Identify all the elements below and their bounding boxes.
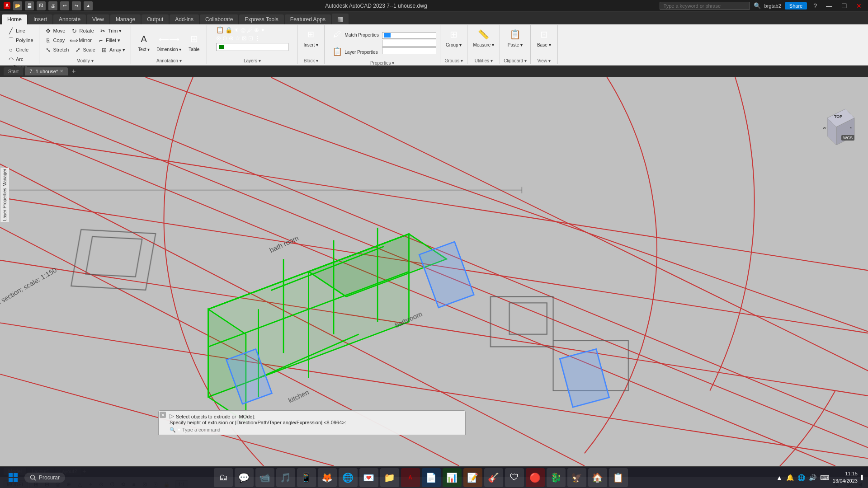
array-button[interactable]: ⊞Array ▾ xyxy=(99,45,127,54)
layer-icon-14[interactable]: ⋮ xyxy=(255,35,260,42)
line-button[interactable]: ╱Line xyxy=(5,26,27,35)
tray-network[interactable]: 🌐 xyxy=(797,474,805,481)
tab-output[interactable]: Output xyxy=(142,14,169,24)
layer-icon-5[interactable]: 🖊 xyxy=(247,27,253,33)
layer-icon-6[interactable]: ⊕ xyxy=(254,27,259,33)
tray-keyboard[interactable]: ⌨ xyxy=(820,474,829,481)
dimension-button[interactable]: ⟵⟶ Dimension ▾ xyxy=(155,31,183,53)
polyline-button[interactable]: ⌒Polyline xyxy=(5,36,35,45)
close-button[interactable]: ✕ xyxy=(854,1,864,10)
tab-collaborate[interactable]: Collaborate xyxy=(200,14,238,24)
open-icon[interactable]: 📂 xyxy=(13,1,22,10)
tray-notification[interactable]: 🔔 xyxy=(786,474,794,481)
mirror-button[interactable]: ⟺Mirror xyxy=(68,36,94,45)
minimize-button[interactable]: — xyxy=(823,1,835,10)
tab-view[interactable]: View xyxy=(87,14,109,24)
layer-icon-7[interactable]: ✦ xyxy=(260,27,265,33)
maximize-button[interactable]: ☐ xyxy=(839,1,850,10)
tab-close-button[interactable]: ✕ xyxy=(60,69,63,74)
measure-button[interactable]: 📏 Measure ▾ xyxy=(471,26,496,48)
save-icon[interactable]: 💾 xyxy=(25,1,34,10)
layer-icon-10[interactable]: ⊛ xyxy=(229,35,234,42)
tab-insert[interactable]: Insert xyxy=(28,14,52,24)
layer-properties-button[interactable]: 📋 Layer Properties xyxy=(328,43,381,60)
save-as-icon[interactable]: 🖫 xyxy=(37,1,46,10)
trim-button[interactable]: ✂Trim ▾ xyxy=(98,26,124,35)
show-desktop-button[interactable]: ▌ xyxy=(861,475,864,480)
doc-tab[interactable]: 7--1 uhouse* ✕ xyxy=(25,67,68,75)
taskbar-music[interactable]: 🎵 xyxy=(276,468,295,487)
layer-icon-13[interactable]: ⊡ xyxy=(248,35,253,42)
help-button[interactable]: ? xyxy=(811,1,820,10)
share-button[interactable]: Share xyxy=(785,2,807,9)
fillet-button[interactable]: ⌐Fillet ▾ xyxy=(95,36,122,45)
taskbar-security[interactable]: 🛡 xyxy=(505,468,524,487)
stretch-button[interactable]: ⤡Stretch xyxy=(43,45,71,54)
taskbar-edge[interactable]: 🌐 xyxy=(339,468,358,487)
scale-button[interactable]: ⤢Scale xyxy=(72,45,97,54)
taskbar-home[interactable]: 🏠 xyxy=(588,468,607,487)
move-button[interactable]: ✥Move xyxy=(43,26,67,35)
taskbar-ppt[interactable]: 📝 xyxy=(463,468,482,487)
layer-icon-2[interactable]: 🔒 xyxy=(225,27,232,33)
taskbar-dragon[interactable]: 🐉 xyxy=(547,468,566,487)
taskbar-phone[interactable]: 📱 xyxy=(297,468,316,487)
layer-icon-8[interactable]: ⊗ xyxy=(216,35,221,42)
tray-volume[interactable]: 🔊 xyxy=(809,474,816,481)
circle-button[interactable]: ○Circle xyxy=(5,45,30,54)
start-tab[interactable]: Start xyxy=(4,67,23,75)
taskbar-copy[interactable]: 📋 xyxy=(609,468,628,487)
bylayer-linetype[interactable]: — ByLayer ▼ xyxy=(382,40,436,47)
tab-featured[interactable]: Featured Apps xyxy=(285,14,331,24)
taskbar-app1[interactable]: 🎸 xyxy=(484,468,503,487)
arc-button[interactable]: ◠Arc xyxy=(5,55,25,64)
layer-icon-12[interactable]: ⊠ xyxy=(242,35,247,42)
taskbar-eagle[interactable]: 🦅 xyxy=(567,468,586,487)
layer-icon-9[interactable]: ⊙ xyxy=(222,35,227,42)
bylayer-lineweight[interactable]: — ByLayer ▼ xyxy=(382,47,436,54)
redo-icon[interactable]: ↪ xyxy=(72,1,81,10)
search-button[interactable]: 🔍 xyxy=(754,2,761,9)
search-input[interactable] xyxy=(660,2,750,10)
layer-selector[interactable]: paredes ▼ xyxy=(216,43,288,51)
group-button[interactable]: ⊞ Group ▾ xyxy=(444,26,464,48)
tab-express[interactable]: Express Tools xyxy=(239,14,283,24)
paste-button[interactable]: 📋 Paste ▾ xyxy=(506,26,524,48)
taskbar-chat[interactable]: 💬 xyxy=(235,468,254,487)
undo-icon[interactable]: ↩ xyxy=(60,1,69,10)
taskbar-red[interactable]: 🔴 xyxy=(526,468,545,487)
taskbar-autocad[interactable]: A xyxy=(401,468,420,487)
insert-button[interactable]: ⊞ Insert ▾ xyxy=(302,26,320,48)
taskbar-folder[interactable]: 📁 xyxy=(380,468,399,487)
layer-icon-4[interactable]: ◎ xyxy=(241,27,245,33)
add-tab-button[interactable]: + xyxy=(70,67,77,75)
tab-extra[interactable]: ▦ xyxy=(332,14,349,24)
tab-home[interactable]: Home xyxy=(2,14,27,24)
tab-manage[interactable]: Manage xyxy=(110,14,141,24)
command-close-button[interactable]: ✕ xyxy=(160,412,166,418)
bylayer-color[interactable]: ByLayer ▼ xyxy=(382,32,436,39)
base-button[interactable]: ⊡ Base ▾ xyxy=(535,26,553,48)
clock[interactable]: 11:15 13/04/2023 xyxy=(833,470,858,484)
tab-annotate[interactable]: Annotate xyxy=(53,14,86,24)
taskbar-mail[interactable]: 💌 xyxy=(359,468,378,487)
rotate-button[interactable]: ↻Rotate xyxy=(69,26,95,35)
command-input[interactable] xyxy=(182,427,462,432)
taskbar-file-explorer[interactable]: 🗂 xyxy=(214,468,233,487)
copy-button[interactable]: ⎘Copy xyxy=(43,36,67,45)
search-bar-taskbar[interactable]: Procurar xyxy=(24,473,65,483)
table-button[interactable]: ⊞ Table xyxy=(185,31,203,53)
tab-addins[interactable]: Add-ins xyxy=(170,14,199,24)
layer-icon-3[interactable]: ☀ xyxy=(234,27,239,33)
start-button[interactable] xyxy=(4,468,23,487)
taskbar-firefox[interactable]: 🦊 xyxy=(318,468,337,487)
match-properties-button[interactable]: 🖊 Match Properties xyxy=(328,26,381,42)
layer-icon-11[interactable]: ☆ xyxy=(235,35,241,42)
publish-icon[interactable]: ▲ xyxy=(84,1,93,10)
taskbar-video[interactable]: 📹 xyxy=(255,468,274,487)
text-button[interactable]: A Text ▾ xyxy=(135,31,153,53)
layer-prop-icon[interactable]: 📋 xyxy=(216,26,224,33)
tray-up-icon[interactable]: ▲ xyxy=(776,474,783,481)
taskbar-excel[interactable]: 📊 xyxy=(443,468,462,487)
print-icon[interactable]: 🖨 xyxy=(48,1,57,10)
